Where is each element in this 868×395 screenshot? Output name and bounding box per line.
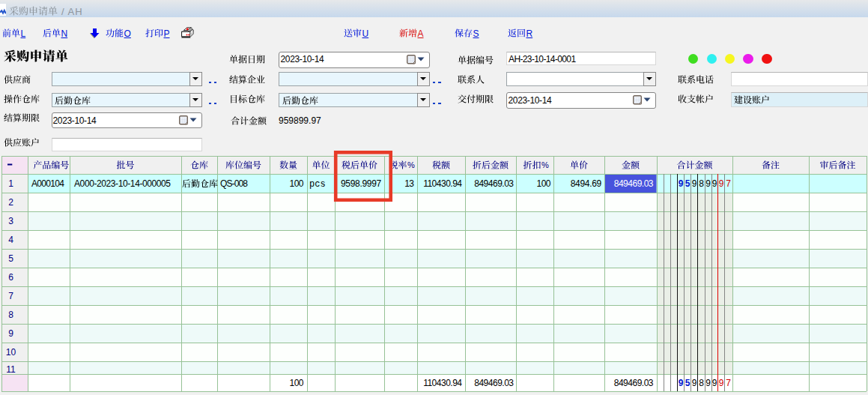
svg-text:QS-008: QS-008 xyxy=(220,178,248,189)
svg-text:3: 3 xyxy=(8,216,13,226)
svg-text:7: 7 xyxy=(726,178,731,189)
svg-text:8494.69: 8494.69 xyxy=(571,178,602,189)
svg-text:9: 9 xyxy=(705,378,711,388)
svg-text:1: 1 xyxy=(8,178,13,189)
svg-text:8: 8 xyxy=(699,178,704,189)
svg-text:2: 2 xyxy=(8,197,13,208)
svg-text:9: 9 xyxy=(712,178,717,189)
svg-text:9: 9 xyxy=(719,378,724,388)
svg-text:9: 9 xyxy=(679,178,684,189)
svg-text:9: 9 xyxy=(719,178,724,189)
svg-text:849469.03: 849469.03 xyxy=(474,378,514,388)
svg-text:pcs: pcs xyxy=(309,179,326,190)
svg-text:4: 4 xyxy=(8,235,13,245)
svg-text:%: % xyxy=(541,160,549,169)
svg-text:11: 11 xyxy=(6,364,16,375)
svg-text:849469.03: 849469.03 xyxy=(614,178,654,189)
svg-text:7: 7 xyxy=(8,291,13,301)
svg-text:8: 8 xyxy=(8,310,13,320)
svg-text:110430.94: 110430.94 xyxy=(423,378,462,388)
svg-text:A000-2023-10-14-000005: A000-2023-10-14-000005 xyxy=(74,178,171,189)
svg-text:7: 7 xyxy=(726,378,731,388)
svg-text:9598.9997: 9598.9997 xyxy=(341,178,382,189)
svg-text:9: 9 xyxy=(692,178,697,189)
svg-text:13: 13 xyxy=(404,178,414,189)
svg-text:9: 9 xyxy=(692,378,697,388)
svg-text:A000104: A000104 xyxy=(31,178,64,189)
svg-text:100: 100 xyxy=(536,178,550,189)
svg-text:849469.03: 849469.03 xyxy=(614,378,654,388)
svg-text:5: 5 xyxy=(8,253,13,264)
svg-text:849469.03: 849469.03 xyxy=(474,178,514,189)
svg-text:100: 100 xyxy=(289,378,303,388)
svg-text:9: 9 xyxy=(8,328,13,339)
svg-text:6: 6 xyxy=(8,272,13,283)
svg-text:9: 9 xyxy=(705,178,711,189)
svg-text:%: % xyxy=(407,160,415,169)
svg-text:9: 9 xyxy=(712,378,717,388)
svg-text:110430.94: 110430.94 xyxy=(423,178,462,189)
svg-text:5: 5 xyxy=(685,378,691,388)
svg-text:10: 10 xyxy=(6,347,16,358)
svg-text:100: 100 xyxy=(289,178,303,189)
svg-text:8: 8 xyxy=(699,378,704,388)
svg-text:9: 9 xyxy=(679,378,684,388)
svg-text:5: 5 xyxy=(685,178,691,189)
